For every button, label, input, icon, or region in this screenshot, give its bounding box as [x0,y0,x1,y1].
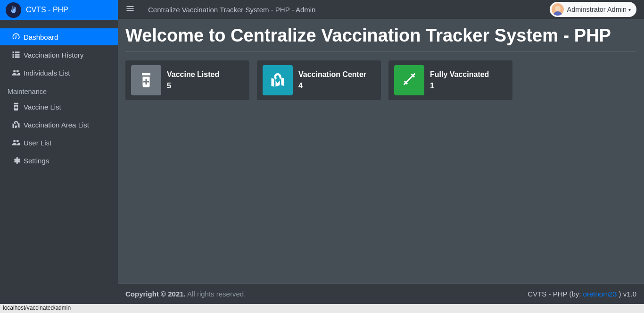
info-box-label: Fully Vaccinated [430,70,489,79]
navbar-title: Centralize Vaccination Tracker System - … [148,6,315,14]
info-box-label: Vaccination Center [298,70,366,79]
footer-right: CVTS - PHP (by: oretnom23 ) v1.0 [528,290,636,298]
sidebar-item-label: Dashboard [24,33,58,41]
users-icon [11,68,24,77]
sidebar-item-label: User List [24,139,51,147]
sidebar-item-label: Vaccination Area List [24,121,89,129]
sidebar-item-settings[interactable]: Settings [4,152,114,169]
avatar [552,3,564,16]
info-box-label: Vaccine Listed [167,70,219,79]
sidebar-item-user-list[interactable]: User List [4,134,114,151]
users-icon [11,138,24,147]
footer-right-prefix: CVTS - PHP (by: [528,290,583,298]
user-menu-toggle[interactable]: Adminstrator Admin ▾ [550,2,636,17]
sidebar-header-maintenance: Maintenance [0,82,118,98]
main-panel: Centralize Vaccination Tracker System - … [118,0,644,313]
th-list-icon [11,50,24,59]
status-url: localhost/vaccinated/admin [3,305,71,311]
map-marked-icon [11,120,24,129]
content: Welcome to Centralize Vaccination Tracke… [118,19,644,128]
sidebar: CVTS - PHP Dashboard Vaccination History… [0,0,118,313]
info-box-vaccination-center: Vaccination Center 4 [257,60,381,100]
info-box-text: Vaccination Center 4 [298,70,366,90]
info-box-value: 4 [298,82,366,90]
info-box-text: Vaccine Listed 5 [167,70,219,90]
sidebar-item-individuals-list[interactable]: Individuals List [4,64,114,81]
info-box-vaccine-listed: Vaccine Listed 5 [125,60,249,100]
info-box-row: Vaccine Listed 5 Vaccination Center 4 [125,60,636,100]
brand-logo [6,2,21,18]
cogs-icon [11,156,24,165]
sidebar-item-label: Vaccine List [24,103,61,111]
brand-link[interactable]: CVTS - PHP [0,0,118,20]
info-box-text: Fully Vaccinated 1 [430,70,489,90]
footer-credit-link[interactable]: oretnom23 [583,290,617,298]
dashboard-icon [11,32,24,42]
browser-status-bar: localhost/vaccinated/admin [0,304,644,313]
top-navbar: Centralize Vaccination Tracker System - … [118,0,644,19]
bars-icon [125,4,135,13]
footer: Copyright © 2021. All rights reserved. C… [118,283,644,304]
hand-icon [9,5,18,15]
info-box-fully-vaccinated: Fully Vaccinated 1 [388,60,512,100]
sidebar-item-label: Individuals List [24,69,70,77]
footer-right-suffix: ) v1.0 [617,290,636,298]
info-box-value: 1 [430,82,489,90]
footer-copyright-rest: All rights reserved. [186,290,246,298]
user-name-label: Adminstrator Admin [567,6,627,13]
info-box-value: 5 [167,82,219,90]
brand-title: CVTS - PHP [26,6,68,14]
chevron-down-icon: ▾ [628,7,631,12]
footer-copyright-strong: Copyright © 2021. [125,290,186,298]
sidebar-nav: Dashboard Vaccination History Individual… [0,20,118,169]
sidebar-item-vaccination-history[interactable]: Vaccination History [4,46,114,63]
divider [125,51,636,52]
prescription-bottle-icon [131,65,161,95]
map-marked-icon [263,65,293,95]
sidebar-item-label: Settings [24,157,49,165]
prescription-bottle-icon [11,102,24,111]
syringe-icon [394,65,424,95]
sidebar-item-dashboard[interactable]: Dashboard [0,28,118,45]
sidebar-toggle-button[interactable] [125,4,135,15]
sidebar-item-vaccine-list[interactable]: Vaccine List [4,98,114,115]
sidebar-item-vaccination-area-list[interactable]: Vaccination Area List [4,116,114,133]
sidebar-item-label: Vaccination History [24,51,83,59]
page-title: Welcome to Centralize Vaccination Tracke… [125,26,636,46]
